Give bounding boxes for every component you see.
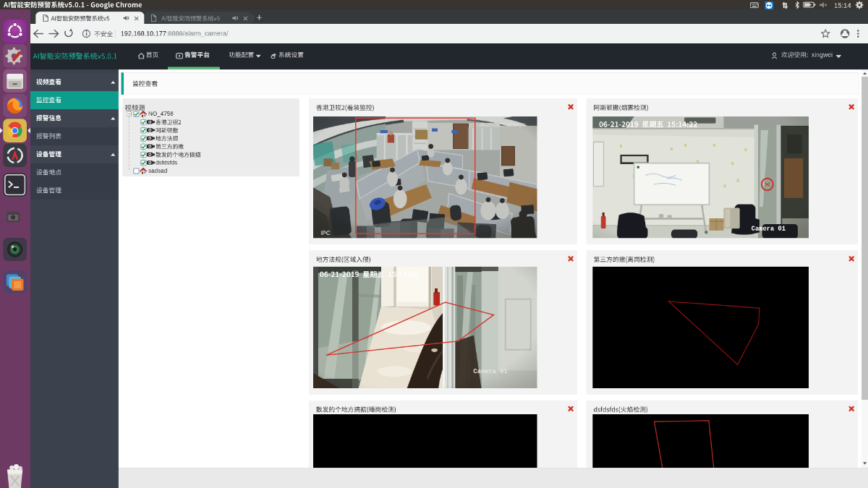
svg-text:IPC: IPC [320,230,331,236]
svg-text:06-21-2019 15:14:21: 06-21-2019 15:14:21 [480,122,526,127]
